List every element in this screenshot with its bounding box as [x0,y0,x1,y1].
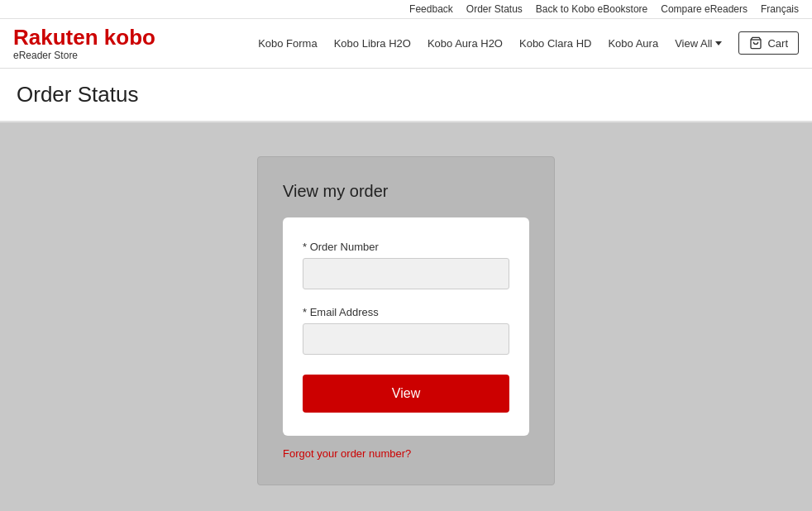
nav-kobo-aura[interactable]: Kobo Aura [601,34,665,53]
back-to-kobo-link[interactable]: Back to Kobo eBookstore [536,3,647,15]
order-status-link[interactable]: Order Status [466,3,523,15]
cart-label: Cart [767,37,788,50]
logo-text: Rakuten kobo [13,26,155,50]
utility-bar: Feedback Order Status Back to Kobo eBook… [0,0,812,19]
view-button[interactable]: View [303,375,509,413]
page-title-section: Order Status [0,69,812,123]
nav-kobo-clara-hd[interactable]: Kobo Clara HD [513,34,598,53]
compare-ereaders-link[interactable]: Compare eReaders [661,3,748,15]
nav-kobo-forma[interactable]: Kobo Forma [251,34,324,53]
chevron-down-icon [715,41,722,45]
forgot-order-link[interactable]: Forgot your order number? [283,447,529,460]
view-order-title: View my order [283,182,529,201]
feedback-link[interactable]: Feedback [409,3,453,15]
nav-kobo-libra-h2o[interactable]: Kobo Libra H2O [327,34,418,53]
order-form-inner-card: * Order Number * Email Address View [283,217,529,436]
cart-button[interactable]: Cart [738,31,799,55]
cart-icon [749,36,762,50]
nav-kobo-aura-h2o[interactable]: Kobo Aura H2O [421,34,509,53]
nav-view-all[interactable]: View All [668,34,728,53]
main-nav: Kobo Forma Kobo Libra H2O Kobo Aura H2O … [251,31,799,55]
order-number-label: * Order Number [303,241,509,253]
logo-subtitle: eReader Store [13,50,155,61]
logo-rakuten-kobo[interactable]: Rakuten kobo [13,25,155,50]
order-number-input[interactable] [303,258,509,289]
order-number-field-group: * Order Number [303,241,509,289]
logo-area: Rakuten kobo eReader Store [13,26,155,61]
francais-link[interactable]: Français [761,3,799,15]
email-label: * Email Address [303,306,509,318]
order-form-outer-card: View my order * Order Number * Email Add… [257,156,555,485]
page-title-bar: Order Status [0,69,812,122]
main-header: Rakuten kobo eReader Store Kobo Forma Ko… [0,19,812,69]
page-title: Order Status [17,82,795,107]
email-input[interactable] [303,323,509,355]
gray-content-area: View my order * Order Number * Email Add… [0,123,812,511]
email-field-group: * Email Address [303,306,509,355]
